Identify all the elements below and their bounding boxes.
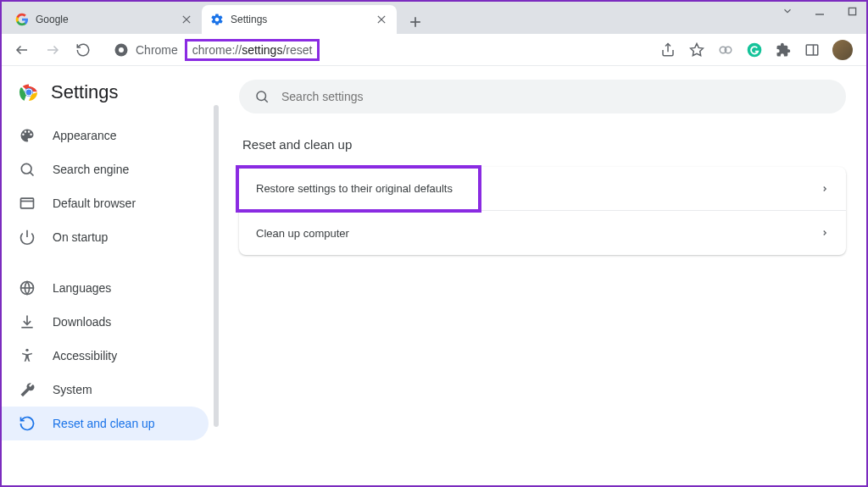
side-panel-icon[interactable] bbox=[804, 42, 821, 58]
globe-icon bbox=[19, 279, 36, 296]
sidebar-item-downloads[interactable]: Downloads bbox=[2, 305, 209, 339]
svg-line-33 bbox=[264, 99, 268, 102]
share-icon[interactable] bbox=[659, 42, 676, 58]
search-icon bbox=[254, 89, 270, 104]
chevron-down-icon[interactable] bbox=[782, 5, 793, 17]
sidebar-item-accessibility[interactable]: Accessibility bbox=[2, 339, 209, 373]
search-settings-input[interactable] bbox=[281, 90, 831, 103]
sidebar-item-label: Appearance bbox=[53, 129, 117, 142]
sidebar-item-label: Default browser bbox=[53, 196, 136, 210]
window-controls bbox=[782, 5, 858, 17]
sidebar-item-appearance[interactable]: Appearance bbox=[2, 119, 209, 152]
svg-line-23 bbox=[30, 172, 33, 175]
profile-avatar[interactable] bbox=[832, 40, 853, 60]
star-icon[interactable] bbox=[688, 42, 705, 58]
sidebar-item-on-startup[interactable]: On startup bbox=[2, 220, 209, 254]
maximize-icon[interactable] bbox=[846, 5, 858, 17]
grammarly-icon[interactable] bbox=[746, 42, 763, 58]
sidebar-item-label: Languages bbox=[53, 281, 111, 295]
main-panel: Reset and clean up Restore settings to t… bbox=[219, 66, 866, 485]
highlight-annotation: Restore settings to their original defau… bbox=[236, 165, 481, 213]
extensions-icon[interactable] bbox=[775, 42, 792, 58]
sidebar-item-default-browser[interactable]: Default browser bbox=[2, 186, 209, 220]
close-icon[interactable] bbox=[375, 13, 388, 26]
reset-card: Restore settings to their original defau… bbox=[239, 167, 846, 255]
svg-point-31 bbox=[25, 349, 28, 351]
url-prefix-label: Chrome bbox=[136, 43, 178, 57]
svg-rect-1 bbox=[849, 8, 855, 14]
tab-settings[interactable]: Settings bbox=[202, 5, 397, 34]
power-icon bbox=[19, 229, 36, 246]
search-settings-box[interactable] bbox=[239, 80, 846, 113]
sidebar-item-label: On startup bbox=[53, 230, 108, 244]
download-icon bbox=[19, 313, 36, 330]
row-label: Restore settings to their original defau… bbox=[256, 182, 453, 195]
svg-point-22 bbox=[21, 163, 31, 174]
chevron-right-icon bbox=[821, 185, 846, 193]
address-bar[interactable]: Chrome chrome://settings/reset bbox=[105, 37, 651, 63]
reload-button[interactable] bbox=[70, 36, 97, 64]
svg-rect-17 bbox=[806, 45, 818, 55]
sidebar-item-search-engine[interactable]: Search engine bbox=[2, 152, 209, 186]
minimize-icon[interactable] bbox=[814, 5, 826, 17]
wrench-icon bbox=[19, 381, 36, 398]
google-favicon-icon bbox=[15, 13, 29, 26]
svg-marker-13 bbox=[691, 43, 704, 55]
sidebar-item-system[interactable]: System bbox=[2, 373, 209, 407]
sidebar-item-label: Accessibility bbox=[53, 349, 117, 362]
forward-button[interactable] bbox=[39, 36, 66, 64]
restore-defaults-row[interactable]: Restore settings to their original defau… bbox=[239, 167, 846, 211]
tab-google[interactable]: Google bbox=[7, 5, 202, 34]
link-icon[interactable] bbox=[717, 42, 734, 58]
toolbar-right bbox=[659, 40, 860, 60]
svg-rect-24 bbox=[21, 198, 34, 208]
settings-title: Settings bbox=[51, 81, 119, 103]
tab-title: Google bbox=[36, 14, 69, 25]
url-highlight-box: chrome://settings/reset bbox=[185, 39, 320, 61]
back-button[interactable] bbox=[8, 36, 36, 64]
chevron-right-icon bbox=[821, 229, 829, 237]
browser-icon bbox=[19, 195, 36, 212]
accessibility-icon bbox=[19, 347, 36, 364]
cleanup-computer-row[interactable]: Clean up computer bbox=[239, 211, 846, 255]
svg-point-16 bbox=[748, 42, 762, 57]
sidebar-item-reset[interactable]: Reset and clean up bbox=[2, 407, 209, 440]
reset-icon bbox=[19, 415, 36, 432]
settings-header: Settings bbox=[2, 81, 219, 119]
scrollbar[interactable] bbox=[214, 105, 219, 427]
browser-toolbar: Chrome chrome://settings/reset bbox=[2, 34, 866, 66]
sidebar-item-label: Reset and clean up bbox=[53, 417, 155, 430]
row-label: Clean up computer bbox=[256, 227, 349, 240]
url-text: chrome://settings/reset bbox=[192, 43, 313, 57]
sidebar-item-languages[interactable]: Languages bbox=[2, 271, 209, 305]
settings-sidebar: Settings Appearance Search engine Defaul… bbox=[2, 66, 219, 485]
search-icon bbox=[19, 161, 36, 178]
palette-icon bbox=[19, 127, 36, 144]
settings-gear-icon bbox=[210, 13, 224, 26]
sidebar-item-label: Search engine bbox=[53, 163, 129, 176]
new-tab-button[interactable] bbox=[403, 10, 427, 34]
content: Settings Appearance Search engine Defaul… bbox=[2, 66, 866, 485]
svg-point-11 bbox=[119, 47, 124, 53]
tab-bar: Google Settings bbox=[2, 2, 866, 34]
tab-title: Settings bbox=[231, 14, 267, 25]
sidebar-item-label: System bbox=[53, 383, 92, 396]
sidebar-item-label: Downloads bbox=[53, 315, 111, 329]
close-icon[interactable] bbox=[180, 13, 193, 26]
chrome-badge-icon bbox=[114, 42, 129, 58]
section-title: Reset and clean up bbox=[239, 137, 846, 152]
chrome-logo-icon bbox=[19, 82, 39, 102]
svg-point-32 bbox=[257, 91, 266, 101]
